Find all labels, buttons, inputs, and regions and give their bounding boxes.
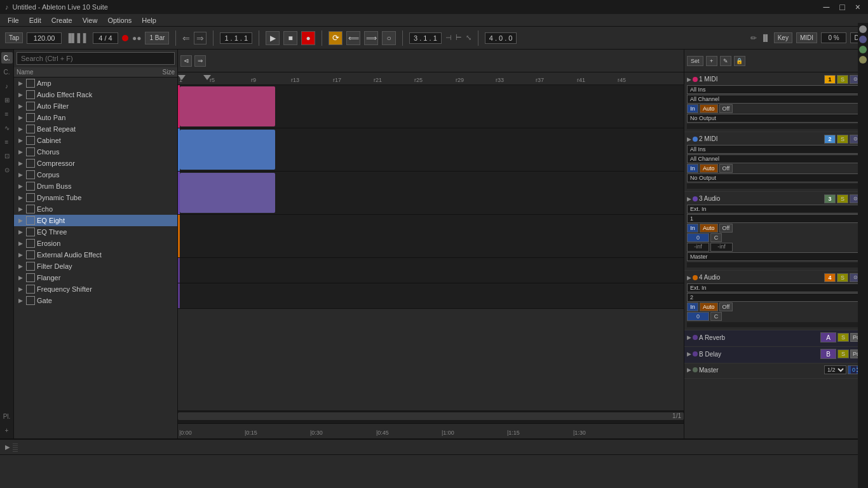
track-4-off-btn[interactable]: Off bbox=[719, 302, 733, 311]
draw-tool[interactable]: ✏ bbox=[750, 34, 757, 43]
click-button[interactable]: ○ bbox=[382, 31, 396, 45]
file-item-frequency-shifter[interactable]: ▶Frequency Shifter bbox=[14, 283, 177, 295]
file-item-beat-repeat[interactable]: ▶Beat Repeat bbox=[14, 123, 177, 135]
track-2-channel-select[interactable]: All Channel bbox=[687, 154, 867, 163]
mixer-edit-btn[interactable]: ✎ bbox=[720, 56, 731, 66]
track-b-s[interactable]: S bbox=[837, 349, 849, 358]
track-a-expand[interactable]: ▶ bbox=[687, 334, 691, 341]
track-4-input-select[interactable]: Ext. In bbox=[687, 283, 867, 292]
file-item-eq-eight[interactable]: ▶EQ Eight bbox=[14, 215, 177, 226]
track-lane-b[interactable] bbox=[178, 283, 684, 308]
sidebar-icon-effects[interactable]: ⊞ bbox=[1, 94, 13, 105]
sidebar-icon-categories[interactable]: C. bbox=[1, 52, 13, 64]
col-size-header[interactable]: Size bbox=[163, 69, 175, 76]
file-item-drum-buss[interactable]: ▶Drum Buss bbox=[14, 180, 177, 192]
file-item-auto-pan[interactable]: ▶Auto Pan bbox=[14, 112, 177, 123]
right-knob-4[interactable] bbox=[859, 56, 867, 64]
track-b-expand[interactable]: ▶ bbox=[687, 351, 691, 357]
track-a-send-btn[interactable]: A bbox=[820, 332, 836, 342]
mixer-lock-btn[interactable]: 🔒 bbox=[734, 56, 745, 66]
track-1-input-select[interactable]: All Ins bbox=[687, 85, 867, 94]
play-button[interactable]: ▶ bbox=[266, 31, 280, 45]
track-3-vol[interactable] bbox=[687, 233, 709, 242]
track-lane-3[interactable] bbox=[178, 172, 684, 214]
sidebar-icon-clips[interactable]: C. bbox=[1, 66, 13, 78]
search-input[interactable] bbox=[17, 52, 175, 65]
file-item-eq-three[interactable]: ▶EQ Three bbox=[14, 226, 177, 238]
menu-options[interactable]: Options bbox=[102, 17, 137, 24]
sidebar-icon-instruments[interactable]: ♪ bbox=[1, 80, 13, 92]
key-button[interactable]: Key bbox=[774, 32, 792, 43]
track-1-s[interactable]: S bbox=[837, 75, 848, 84]
track-lane-4[interactable] bbox=[178, 215, 684, 257]
clip-3[interactable] bbox=[180, 173, 275, 213]
maximize-button[interactable]: □ bbox=[837, 2, 847, 12]
file-item-chorus[interactable]: ▶Chorus bbox=[14, 146, 177, 158]
track-1-expand[interactable]: ▶ bbox=[687, 76, 691, 83]
track-3-s[interactable]: S bbox=[837, 194, 848, 203]
sidebar-icon-samples[interactable]: ≡ bbox=[1, 108, 13, 119]
file-item-filter-delay[interactable]: ▶Filter Delay bbox=[14, 261, 177, 272]
titlebar-controls[interactable]: ─ □ × bbox=[820, 2, 863, 12]
track-2-auto-btn[interactable]: Auto bbox=[700, 164, 718, 173]
track-lane-1[interactable] bbox=[178, 85, 684, 128]
track-1-in-btn[interactable]: In bbox=[687, 104, 698, 113]
file-item-dynamic-tube[interactable]: ▶Dynamic Tube bbox=[14, 192, 177, 203]
track-1-num[interactable]: 1 bbox=[824, 75, 836, 84]
track-lane-a[interactable] bbox=[178, 258, 684, 283]
tap-button[interactable]: Tap bbox=[5, 32, 23, 43]
track-3-output-select[interactable]: Master bbox=[687, 252, 867, 261]
track-master-expand[interactable]: ▶ bbox=[687, 367, 691, 373]
file-item-external-audio-effect[interactable]: ▶External Audio Effect bbox=[14, 249, 177, 261]
file-item-erosion[interactable]: ▶Erosion bbox=[14, 238, 177, 249]
time-signature[interactable]: 4 / 4 bbox=[93, 32, 118, 44]
track-3-auto-btn[interactable]: Auto bbox=[700, 224, 718, 233]
menu-help[interactable]: Help bbox=[137, 17, 161, 24]
right-knob-3[interactable] bbox=[859, 50, 867, 53]
clip-1[interactable] bbox=[180, 86, 275, 126]
menu-create[interactable]: Create bbox=[46, 17, 78, 24]
track-2-s[interactable]: S bbox=[837, 135, 848, 144]
menu-view[interactable]: View bbox=[78, 17, 103, 24]
bar-selector[interactable]: 1 Bar bbox=[145, 32, 169, 44]
track-3-channel-select[interactable]: 1 bbox=[687, 214, 867, 223]
track-4-expand[interactable]: ▶ bbox=[687, 274, 691, 281]
device-content[interactable]: Drop an Instrument or Sample Here bbox=[0, 455, 868, 488]
punch-button[interactable]: ⟹ bbox=[364, 31, 378, 45]
file-item-compressor[interactable]: ▶Compressor bbox=[14, 158, 177, 169]
file-item-flanger[interactable]: ▶Flanger bbox=[14, 272, 177, 283]
track-2-in-btn[interactable]: In bbox=[687, 164, 698, 173]
track-3-num[interactable]: 3 bbox=[824, 194, 836, 203]
track-4-num[interactable]: 4 bbox=[824, 273, 836, 282]
file-item-auto-filter[interactable]: ▶Auto Filter bbox=[14, 100, 177, 112]
midi-button[interactable]: MIDI bbox=[796, 32, 817, 43]
track-2-input-select[interactable]: All Ins bbox=[687, 145, 867, 154]
track-2-num[interactable]: 2 bbox=[824, 135, 836, 144]
select-tool[interactable]: ⇒ bbox=[194, 32, 207, 44]
set-button[interactable]: Set bbox=[687, 56, 703, 66]
file-item-cabinet[interactable]: ▶Cabinet bbox=[14, 135, 177, 146]
track-3-c-btn[interactable]: C bbox=[710, 233, 722, 242]
insert-mode[interactable]: ⇒ bbox=[194, 55, 206, 67]
sidebar-icon-pl[interactable]: Pl. bbox=[1, 410, 13, 422]
back-button[interactable]: ⟸ bbox=[346, 31, 360, 45]
file-item-audio-effect-rack[interactable]: ▶Audio Effect Rack bbox=[14, 89, 177, 100]
track-lane-2[interactable] bbox=[178, 128, 684, 171]
track-a-s[interactable]: S bbox=[837, 333, 849, 342]
track-4-in-btn[interactable]: In bbox=[687, 302, 698, 311]
col-name-header[interactable]: Name bbox=[17, 69, 34, 76]
sidebar-icon-user[interactable]: ⊙ bbox=[1, 164, 13, 175]
tempo-input[interactable] bbox=[27, 32, 62, 44]
track-b-send-btn[interactable]: B bbox=[820, 349, 836, 359]
track-1-output-select[interactable]: No Output bbox=[687, 114, 867, 123]
track-4-c-btn[interactable]: C bbox=[710, 312, 722, 321]
back-to-start[interactable]: ⊲ bbox=[180, 55, 192, 67]
clip-2[interactable] bbox=[180, 130, 275, 170]
track-3-in-btn[interactable]: In bbox=[687, 224, 698, 233]
track-1-off-btn[interactable]: Off bbox=[719, 104, 733, 113]
arrow-tool[interactable]: ⇐ bbox=[182, 33, 190, 43]
stop-button[interactable]: ■ bbox=[283, 31, 297, 45]
horizontal-scrollbar[interactable] bbox=[178, 411, 684, 423]
file-item-echo[interactable]: ▶Echo bbox=[14, 203, 177, 215]
track-4-channel-select[interactable]: 2 bbox=[687, 293, 867, 302]
